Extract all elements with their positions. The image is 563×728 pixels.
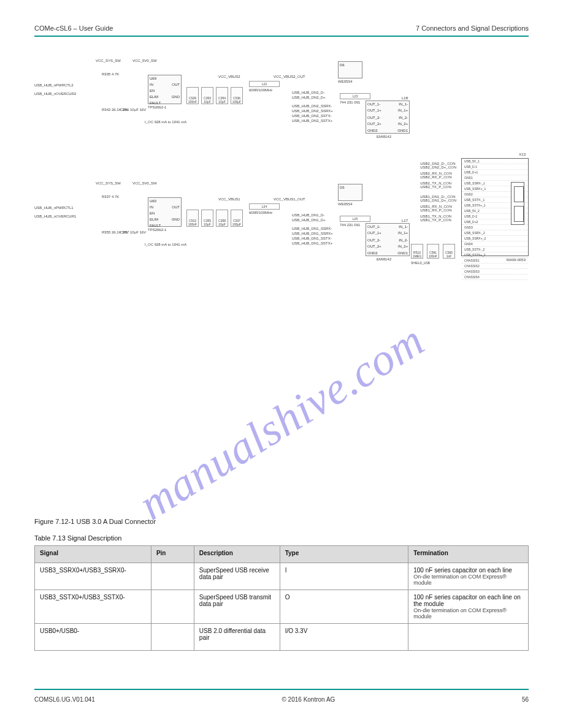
net-fault-2: USB_HUB_nOVERCUR1 <box>34 214 76 218</box>
usb-dual-connector-x13: X13 USB_5V_1USB_D-1USB_D+1GND1USB_SSRX-_… <box>461 158 529 256</box>
net-dn2-dm: USB_HUB_DN2_D- <box>292 91 324 94</box>
d6-part: WE05S4 <box>338 80 353 83</box>
c356: C356 10µF 16V <box>120 108 146 112</box>
net-dn1-sstxp: USB_HUB_DN1_SSTX+ <box>292 241 332 245</box>
net-dn2-dp: USB_HUB_DN2_D+ <box>292 96 326 99</box>
r337: R337 4.7K <box>102 195 119 199</box>
net-dn2-ssrxn: USB_HUB_DN2_SSRX- <box>292 104 332 108</box>
col-signal: Signal <box>35 546 151 563</box>
cell-signal: USB3_SSTX0+/USB3_SSTX0- <box>35 590 151 624</box>
cm-choke-l18: L18 OUT_1- IN_1- OUT_1+ IN_1+ OUT_2- IN_… <box>366 100 410 134</box>
net-fault-1: USB_HUB_nOVERCUR2 <box>34 92 76 96</box>
cell-description: USB 2.0 differential data pair <box>194 624 280 651</box>
l22-part: 600R/100MHz <box>249 88 272 92</box>
net-vbus2-out: VCC_VBUS2_OUT <box>274 75 305 78</box>
l17-part: EMI8142 <box>377 257 391 261</box>
cell-pin <box>151 624 194 651</box>
output-caps-2: C512100nF C35510µF C35810µF C537100µF <box>186 210 243 227</box>
d5-part: WE05S4 <box>338 202 353 206</box>
cell-description: SuperSpeed USB transmit data pair <box>194 590 280 624</box>
col-termination: Termination <box>408 546 529 563</box>
rail-vcc-sys-1: VCC_SYS_SW <box>96 59 121 63</box>
tvs-d5: D5 <box>338 184 362 201</box>
cap-c537: C537100µF <box>231 210 243 227</box>
cell-termination: 100 nF series capacitor on each line on … <box>408 590 529 624</box>
connector-pin: USB_5V_1 <box>462 159 528 164</box>
cap-c353: C35310µF <box>201 87 213 104</box>
connector-pin: USB_SSRX-_2 <box>462 230 528 236</box>
page-header: COMe-cSL6 – User Guide 7 Connectors and … <box>34 25 529 32</box>
connector-pin: GND3 <box>462 225 528 230</box>
l18-part: EMI8142 <box>377 135 391 138</box>
cap-c354: C35410µF <box>216 87 228 104</box>
connector-pin: CHASSIS3 <box>462 269 528 275</box>
schematic-diagram: VCC_SYS_SW VCC_5V0_SW USB_HUB_nPWRCTL2 U… <box>34 54 529 281</box>
net-dn2-sstxn: USB_HUB_DN2_SSTX- <box>292 114 332 118</box>
header-rule <box>34 36 529 37</box>
c591: C591 100nF <box>427 244 439 259</box>
footer-page-number: 56 <box>522 696 529 703</box>
net-vbus1: VCC_VBUS1 <box>218 197 240 201</box>
net-vbus2: VCC_VBUS2 <box>218 75 240 78</box>
cell-pin <box>151 563 194 590</box>
cell-type: O <box>280 590 408 624</box>
cell-termination: 100 nF series capacitor on each lineOn-d… <box>408 563 529 590</box>
cell-description: SuperSpeed USB receive data pair <box>194 563 280 590</box>
connector-pin: USB_D+1 <box>462 170 528 175</box>
ferrite-l23: L23 <box>340 93 370 99</box>
footer-doc-code: COMSL6.UG.V01.041 <box>34 696 95 703</box>
col-description: Description <box>194 546 280 563</box>
connector-pin: USB_SSTX-_2 <box>462 247 528 252</box>
power-switch-u69: U69 IN OUT EN ELIM GND FAULT <box>148 75 182 104</box>
doc-type: User Guide <box>79 25 113 32</box>
connector-pin: CHASSIS2 <box>462 264 528 269</box>
net-dn2-ssrxp: USB_HUB_DN2_SSRX+ <box>292 109 333 113</box>
cell-signal: USB3_SSRX0+/USB3_SSRX0- <box>35 563 151 590</box>
cap-c529: C529100nF <box>186 87 199 104</box>
l23-part: 744 231 091 <box>340 100 360 104</box>
table-row: USB0+/USB0-USB 2.0 differential data pai… <box>35 624 529 651</box>
cap-c512: C512100nF <box>186 210 199 227</box>
header-right-section: 7 Connectors and Signal Descriptions <box>416 25 529 32</box>
figure-caption: Figure 7.12-1 USB 3.0 A Dual Connector <box>34 518 529 525</box>
rail-vcc-5v0-2: VCC_5V0_SW <box>132 181 157 185</box>
connector-pin: USB_SSRX+_2 <box>462 236 528 241</box>
connector-pin: USB_D-1 <box>462 164 528 170</box>
x13-part: WA09-0053 <box>507 258 526 262</box>
col-pin: Pin <box>151 546 194 563</box>
net-dn2-sstxp: USB_HUB_DN2_SSTX+ <box>292 119 332 123</box>
shield-rc-network: R512 1MEG C591 100nF C565 1nF SHIELD_USB <box>411 244 455 265</box>
u69-ref: U69 <box>150 77 180 80</box>
ferrite-l25: L25 <box>340 216 370 222</box>
shield-net: SHIELD_USB <box>411 261 455 265</box>
l25-part: 744 231 091 <box>340 223 360 227</box>
tvs-d6: D6 <box>338 61 362 78</box>
cap-c536: C536100µF <box>231 87 243 104</box>
cell-signal: USB0+/USB0- <box>35 624 151 651</box>
rail-vcc-5v0-1: VCC_5V0_SW <box>132 59 157 63</box>
net-dn1-sstxn: USB_HUB_DN1_SSTX- <box>292 237 332 240</box>
footer-copyright: © 2016 Kontron AG <box>282 696 335 703</box>
usb-port-shells-icon <box>511 182 524 225</box>
cell-type: I/O 3.3V <box>280 624 408 651</box>
ioc-note-1: I_OC 928 mA to 1041 mA <box>145 120 186 124</box>
net-vbus1-out: VCC_VBUS1_OUT <box>274 197 305 201</box>
ferrite-l22: L22 <box>249 81 280 87</box>
net-enable-2: USB_HUB_nPWRCTL1 <box>34 206 74 210</box>
r512: R512 1MEG <box>411 244 423 259</box>
table-header-row: Signal Pin Description Type Termination <box>35 546 529 563</box>
connector-pin: GND1 <box>462 175 528 181</box>
table-row: USB3_SSRX0+/USB3_SSRX0-SuperSpeed USB re… <box>35 563 529 590</box>
cm-choke-l17: L17 OUT_1- IN_1- OUT_1+ IN_1+ OUT_2- IN_… <box>366 223 410 256</box>
table-row: USB3_SSTX0+/USB3_SSTX0-SuperSpeed USB tr… <box>35 590 529 624</box>
cell-type: I <box>280 563 408 590</box>
u60-part: TPS2062-1 <box>148 228 166 232</box>
net-enable-1: USB_HUB_nPWRCTL2 <box>34 83 74 87</box>
ferrite-l24: L24 <box>249 203 280 210</box>
header-left: COMe-cSL6 – User Guide <box>34 25 113 32</box>
table-title: Table 7.13 Signal Description <box>34 534 529 542</box>
u60-ref: U60 <box>150 199 180 203</box>
net-dn1-dp: USB_HUB_DN1_D+ <box>292 218 326 222</box>
net-dn1-ssrxp: USB_HUB_DN1_SSRX+ <box>292 232 333 235</box>
ioc-note-2: I_OC 928 mA to 1041 mA <box>145 243 186 246</box>
